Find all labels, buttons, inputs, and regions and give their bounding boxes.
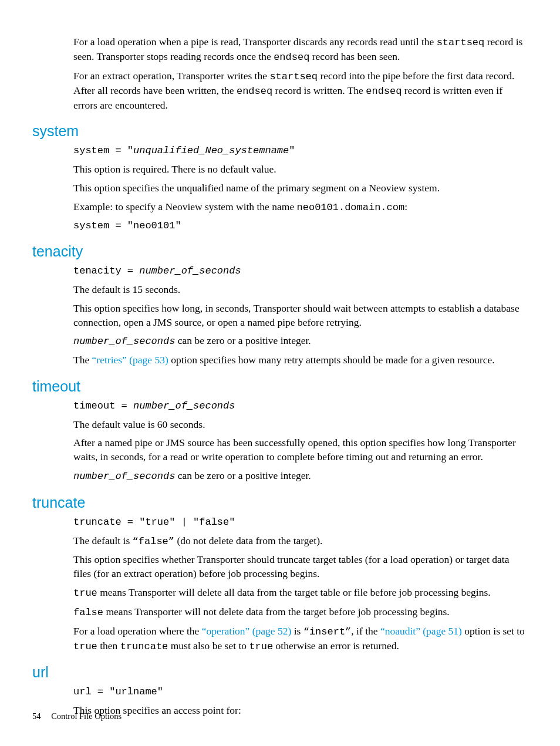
text: For an extract operation, Transporter wr… [73, 70, 269, 82]
url-block: url = "urlname" This option specifies an… [73, 686, 528, 718]
system-p2: This option specifies the unqualified na… [73, 181, 528, 195]
truncate-p3: true means Transporter will delete all d… [73, 586, 528, 600]
footer-title: Control File Options [51, 711, 122, 721]
intro-block: For a load operation when a pipe is read… [73, 35, 528, 112]
text: can be zero or a positive integer. [175, 470, 311, 481]
syntax-var: unqualified_Neo_systemname [133, 145, 289, 156]
truncate-p4: false means Transporter will not delete … [73, 605, 528, 620]
code-hostname: neo0101.domain.com [297, 202, 405, 213]
heading-truncate: truncate [32, 494, 528, 511]
text: can be zero or a positive integer. [175, 335, 311, 346]
link-operation[interactable]: “operation” (page 52) [202, 625, 292, 637]
code-startseq: startseq [269, 71, 318, 82]
system-syntax: system = "unqualified_Neo_systemname" [73, 144, 528, 158]
text: The [73, 354, 92, 366]
system-p1: This option is required. There is no def… [73, 163, 528, 177]
heading-system: system [32, 123, 528, 140]
text: : [404, 201, 407, 212]
timeout-p1: The default value is 60 seconds. [73, 418, 528, 432]
text: record has been seen. [309, 50, 400, 62]
heading-tenacity: tenacity [32, 243, 528, 260]
text: , if the [351, 625, 380, 637]
text: tenacity = [73, 265, 139, 276]
code-endseq: endseq [366, 86, 402, 97]
syntax-var: number_of_seconds [139, 265, 241, 276]
text: " [289, 145, 295, 156]
intro-p2: For an extract operation, Transporter wr… [73, 69, 528, 113]
truncate-syntax: truncate = "true" | "false" [73, 516, 528, 529]
link-retries[interactable]: “retries” (page 53) [92, 354, 168, 366]
text: For a load operation where the [73, 625, 202, 637]
truncate-p1: The default is “false” (do not delete da… [73, 534, 528, 549]
text: system = " [73, 145, 133, 156]
system-block: system = "unqualified_Neo_systemname" Th… [73, 144, 528, 232]
timeout-syntax: timeout = number_of_seconds [73, 400, 528, 413]
code-true: true [249, 641, 273, 652]
text: option is set to [462, 625, 525, 637]
code-insert: “insert” [303, 626, 352, 637]
code-truncate: truncate [120, 641, 168, 652]
page-number: 54 [32, 711, 41, 721]
text: otherwise an error is returned. [273, 640, 399, 652]
tenacity-p4: The “retries” (page 53) option specifies… [73, 353, 528, 367]
text: For a load operation when a pipe is read… [73, 36, 437, 48]
timeout-p3: number_of_seconds can be zero or a posit… [73, 469, 528, 484]
intro-p1: For a load operation when a pipe is read… [73, 35, 528, 65]
page-footer: 54 Control File Options [32, 711, 122, 721]
timeout-p2: After a named pipe or JMS source has bee… [73, 436, 528, 464]
heading-timeout: timeout [32, 378, 528, 395]
text: The default is [73, 535, 133, 546]
timeout-block: timeout = number_of_seconds The default … [73, 400, 528, 484]
tenacity-syntax: tenacity = number_of_seconds [73, 265, 528, 278]
tenacity-p2: This option specifies how long, in secon… [73, 302, 528, 329]
code-false: “false” [133, 536, 174, 547]
code-var: number_of_seconds [73, 471, 175, 482]
text: option specifies how many retry attempts… [168, 354, 495, 366]
code-true: true [73, 641, 97, 652]
tenacity-p1: The default is 15 seconds. [73, 283, 528, 297]
code-endseq: endseq [237, 86, 272, 97]
text: means Transporter will delete all data f… [97, 586, 491, 598]
url-p1: This option specifies an access point fo… [73, 704, 528, 718]
text: is [291, 625, 303, 637]
text: (do not delete data from the target). [174, 535, 322, 546]
code-var: number_of_seconds [73, 336, 175, 347]
text: then [97, 640, 120, 652]
heading-url: url [32, 664, 528, 681]
tenacity-p3: number_of_seconds can be zero or a posit… [73, 334, 528, 349]
code-true: true [73, 588, 97, 599]
truncate-p5: For a load operation where the “operatio… [73, 625, 528, 654]
system-example: system = "neo0101" [73, 220, 528, 233]
text: Example: to specify a Neoview system wit… [73, 201, 297, 212]
url-syntax: url = "urlname" [73, 686, 528, 699]
link-noaudit[interactable]: “noaudit” (page 51) [380, 625, 462, 637]
code-endseq: endseq [274, 52, 309, 63]
tenacity-block: tenacity = number_of_seconds The default… [73, 265, 528, 367]
text: must also be set to [168, 640, 249, 652]
system-p3: Example: to specify a Neoview system wit… [73, 200, 528, 215]
syntax-var: number_of_seconds [133, 400, 235, 411]
text: timeout = [73, 400, 133, 411]
truncate-p2: This option specifies whether Transporte… [73, 553, 528, 580]
text: means Transporter will not delete data f… [103, 606, 450, 617]
text: record is written. The [272, 85, 366, 96]
truncate-block: truncate = "true" | "false" The default … [73, 516, 528, 654]
code-false: false [73, 607, 103, 618]
code-startseq: startseq [437, 37, 485, 48]
